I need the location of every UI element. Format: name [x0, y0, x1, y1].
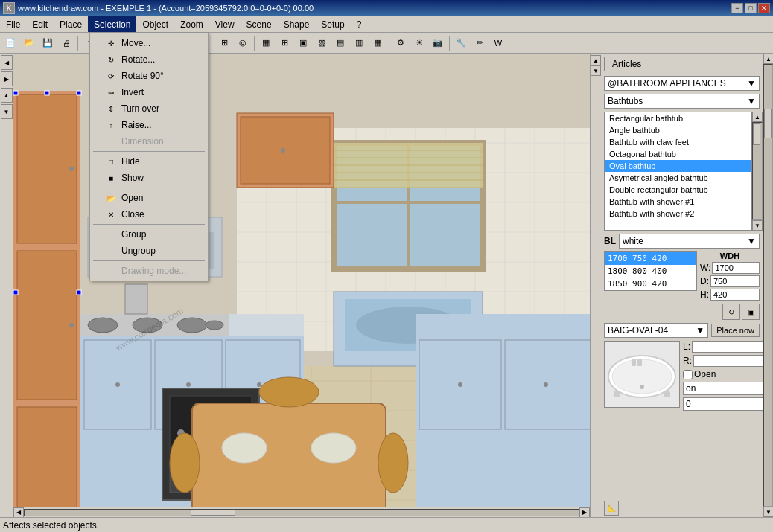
h-input[interactable] — [710, 289, 760, 301]
rpanel-scroll-up[interactable]: ▲ — [763, 54, 773, 64]
toolbar-select3[interactable]: ▥ — [350, 35, 368, 51]
article-scroll-thumb[interactable] — [753, 123, 760, 145]
menu-place[interactable]: Place — [54, 16, 88, 32]
open-checkbox[interactable] — [683, 370, 693, 379]
toolbar-camera[interactable]: 📷 — [429, 35, 447, 51]
d-input[interactable] — [710, 275, 760, 287]
rpanel-scroll-down[interactable]: ▼ — [763, 507, 773, 517]
dims-item-2[interactable]: 1800 800 400 — [605, 265, 696, 278]
menu-shape[interactable]: Shape — [278, 16, 316, 32]
toolbar-select1[interactable]: ▨ — [313, 35, 331, 51]
toolbar-measure[interactable]: ▣ — [294, 35, 312, 51]
maximize-button[interactable]: □ — [745, 3, 757, 13]
article-item-shower1[interactable]: Bathtub with shower #1 — [605, 196, 751, 208]
menu-item-close[interactable]: ✕ Close — [90, 206, 208, 222]
left-sidebar: ◀ ▶ ▲ ▼ — [0, 54, 13, 517]
toolbar-zoom-prev[interactable]: ◎ — [234, 35, 252, 51]
svg-point-76 — [206, 321, 223, 330]
menu-object[interactable]: Object — [136, 16, 174, 32]
w-row: W: — [700, 262, 760, 274]
menu-view[interactable]: View — [209, 16, 241, 32]
subcategory-dropdown[interactable]: Bathtubs ▼ — [604, 94, 760, 109]
place-now-button[interactable]: Place now — [711, 324, 760, 337]
code-place-section: BAIG-OVAL-04 ▼ Place now — [601, 321, 763, 339]
menu-item-move[interactable]: ✛ Move... — [90, 35, 208, 51]
toolbar-new[interactable]: 📄 — [1, 35, 19, 51]
menu-item-rotate90[interactable]: ⟳ Rotate 90° — [90, 68, 208, 84]
toolbar-zoom-area[interactable]: ⊞ — [215, 35, 233, 51]
article-item-octagonal[interactable]: Octagonal bathtub — [605, 148, 751, 160]
toolbar-select2[interactable]: ▤ — [331, 35, 349, 51]
on-dropdown[interactable]: on ▼ — [683, 382, 763, 395]
menu-item-hide[interactable]: □ Hide — [90, 153, 208, 170]
bl-color-dropdown[interactable]: white ▼ — [619, 234, 760, 249]
refresh-button[interactable]: ↻ — [722, 304, 740, 320]
menu-edit[interactable]: Edit — [26, 16, 54, 32]
category-dropdown[interactable]: @BATHROOM APPLIANCES ▼ — [604, 76, 760, 91]
toolbar-settings[interactable]: ⚙ — [392, 35, 410, 51]
menu-item-dimension: Dimension — [90, 133, 208, 150]
menu-selection[interactable]: Selection — [88, 16, 136, 32]
toolbar-sep4 — [389, 36, 389, 51]
menu-scene[interactable]: Scene — [241, 16, 278, 32]
h-scroll-left[interactable]: ◀ — [13, 507, 24, 518]
menu-item-group[interactable]: Group — [90, 226, 208, 243]
code-chevron: ▼ — [696, 325, 704, 336]
toolbar-print[interactable]: 🖨 — [57, 35, 75, 51]
r-label: R: — [683, 356, 692, 366]
toolbar-save[interactable]: 💾 — [39, 35, 57, 51]
menu-item-raise[interactable]: ↑ Raise... — [90, 117, 208, 133]
view3d-button[interactable]: ▣ — [742, 304, 760, 320]
menu-item-ungroup[interactable]: Ungroup — [90, 243, 208, 259]
close-button[interactable]: ✕ — [758, 3, 770, 13]
toolbar-snap[interactable]: ⊞ — [276, 35, 293, 51]
menu-file[interactable]: File — [0, 16, 26, 32]
toolbar-text[interactable]: W — [489, 35, 507, 51]
dims-item-3[interactable]: 1850 900 420 — [605, 278, 696, 290]
article-item-rectangular[interactable]: Rectangular bathtub — [605, 112, 751, 124]
article-scroll-down[interactable]: ▼ — [752, 220, 763, 231]
toolbar-open[interactable]: 📂 — [20, 35, 38, 51]
window-controls: − □ ✕ — [731, 3, 770, 13]
measure-icon-btn[interactable]: 📐 — [604, 501, 619, 516]
sidebar-btn-3[interactable]: ▲ — [1, 88, 13, 103]
menu-item-show[interactable]: ■ Show — [90, 170, 208, 186]
sidebar-btn-1[interactable]: ◀ — [1, 55, 13, 70]
r-input[interactable] — [693, 355, 763, 367]
toolbar-grid[interactable]: ▦ — [257, 35, 275, 51]
toolbar-scene[interactable]: 🔧 — [452, 35, 470, 51]
toolbar-light[interactable]: ☀ — [410, 35, 428, 51]
code-dropdown[interactable]: BAIG-OVAL-04 ▼ — [604, 323, 708, 338]
article-item-oval[interactable]: Oval bathtub — [605, 160, 751, 172]
menu-item-invert[interactable]: ⇔ Invert — [90, 84, 208, 100]
h-scroll-thumb[interactable] — [191, 510, 235, 516]
num-dropdown[interactable]: 0 ▼ — [683, 397, 763, 411]
article-list-wrapper: Rectangular bathtub Angle bathtub Bathtu… — [604, 112, 763, 231]
rpanel-scroll-thumb[interactable] — [764, 109, 772, 138]
panel-scroll-down[interactable]: ▼ — [591, 65, 601, 76]
article-scroll-up[interactable]: ▲ — [752, 112, 763, 122]
article-item-angle[interactable]: Angle bathtub — [605, 124, 751, 136]
invert-icon: ⇔ — [105, 86, 117, 98]
article-item-double[interactable]: Double rectangular bathtub — [605, 184, 751, 196]
article-item-shower2[interactable]: Bathtub with shower #2 — [605, 208, 751, 219]
h-scroll-right[interactable]: ▶ — [579, 507, 590, 518]
article-item-claw[interactable]: Bathtub with claw feet — [605, 136, 751, 148]
menu-setup[interactable]: Setup — [315, 16, 350, 32]
minimize-button[interactable]: − — [731, 3, 743, 13]
menu-zoom[interactable]: Zoom — [174, 16, 209, 32]
l-input[interactable] — [692, 341, 763, 353]
menu-item-open[interactable]: 📂 Open — [90, 190, 208, 206]
article-item-asymetrical[interactable]: Asymetrical angled bathtub — [605, 172, 751, 184]
w-input[interactable] — [712, 262, 760, 274]
toolbar-pen[interactable]: ✏ — [471, 35, 489, 51]
menu-help[interactable]: ? — [351, 16, 368, 32]
dims-item-1[interactable]: 1700 750 420 — [605, 252, 696, 265]
panel-scroll-up[interactable]: ▲ — [591, 55, 601, 65]
sidebar-btn-4[interactable]: ▼ — [1, 104, 13, 119]
menu-item-turnover[interactable]: ⇕ Turn over — [90, 100, 208, 117]
menu-item-rotate[interactable]: ↻ Rotate... — [90, 51, 208, 68]
toolbar-select4[interactable]: ▦ — [369, 35, 386, 51]
articles-tab-button[interactable]: Articles — [604, 57, 649, 71]
sidebar-btn-2[interactable]: ▶ — [1, 71, 13, 86]
